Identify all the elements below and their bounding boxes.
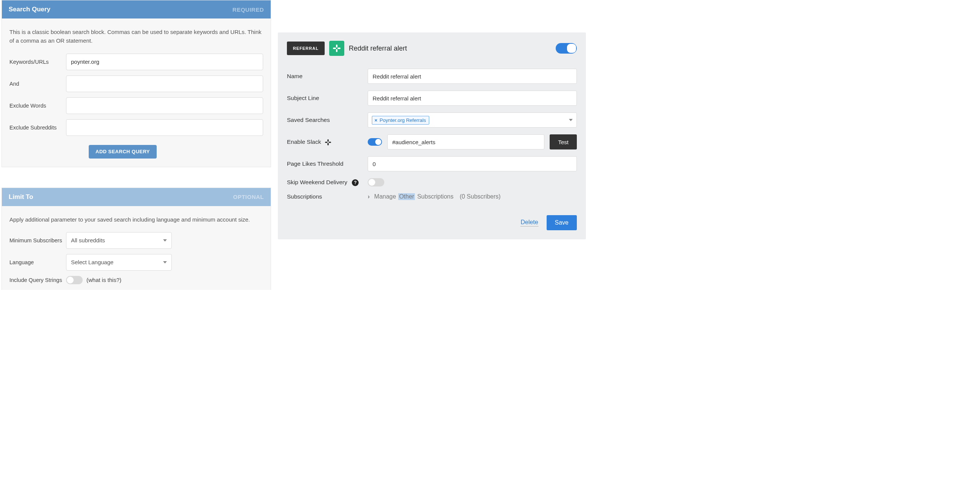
keywords-input[interactable] bbox=[66, 54, 263, 70]
threshold-input[interactable] bbox=[368, 156, 577, 172]
saved-searches-label: Saved Searches bbox=[287, 117, 363, 124]
optional-tag: OPTIONAL bbox=[233, 194, 264, 200]
language-select[interactable]: Select Language bbox=[66, 254, 172, 271]
referral-badge: REFERRAL bbox=[287, 41, 325, 55]
slack-icon bbox=[329, 41, 344, 56]
include-query-strings-label: Include Query Strings bbox=[10, 277, 66, 283]
search-query-description: This is a classic boolean search block. … bbox=[10, 27, 263, 45]
slack-icon bbox=[325, 139, 331, 145]
subscriptions-highlight: Other bbox=[398, 193, 415, 200]
saved-search-chip[interactable]: × Poynter.org Referrals bbox=[372, 116, 429, 125]
save-button[interactable]: Save bbox=[547, 215, 577, 230]
chip-remove-icon[interactable]: × bbox=[374, 118, 377, 123]
search-query-panel: Search Query REQUIRED This is a classic … bbox=[2, 0, 271, 167]
chevron-down-icon bbox=[569, 119, 573, 121]
keywords-label: Keywords/URLs bbox=[10, 59, 66, 65]
name-label: Name bbox=[287, 73, 363, 79]
subject-line-input[interactable] bbox=[368, 91, 577, 106]
delete-link[interactable]: Delete bbox=[520, 219, 538, 226]
svg-rect-4 bbox=[327, 139, 328, 141]
alert-enabled-toggle[interactable] bbox=[556, 43, 577, 54]
svg-rect-5 bbox=[327, 143, 328, 145]
include-query-strings-toggle[interactable] bbox=[66, 276, 83, 284]
min-subscribers-value: All subreddits bbox=[71, 237, 105, 243]
exclude-words-label: Exclude Words bbox=[10, 103, 66, 109]
svg-rect-1 bbox=[336, 49, 337, 52]
svg-rect-6 bbox=[325, 141, 327, 143]
slack-channel-input[interactable] bbox=[387, 134, 544, 149]
threshold-label: Page Likes Threshold bbox=[287, 161, 363, 167]
svg-rect-3 bbox=[337, 48, 340, 49]
chevron-down-icon bbox=[163, 239, 167, 242]
and-input[interactable] bbox=[66, 75, 263, 92]
help-icon[interactable]: ? bbox=[352, 179, 359, 186]
skip-weekend-toggle[interactable] bbox=[368, 178, 384, 186]
chevron-down-icon bbox=[163, 261, 167, 264]
add-search-query-button[interactable]: ADD SEARCH QUERY bbox=[89, 145, 157, 159]
subscriptions-label: Subscriptions bbox=[287, 193, 363, 200]
saved-searches-select[interactable]: × Poynter.org Referrals bbox=[368, 113, 577, 127]
limit-to-description: Apply additional parameter to your saved… bbox=[10, 215, 263, 224]
svg-rect-2 bbox=[333, 48, 336, 49]
min-subscribers-label: Minimum Subscribers bbox=[10, 237, 66, 243]
name-input[interactable] bbox=[368, 69, 577, 84]
required-tag: REQUIRED bbox=[232, 6, 264, 13]
limit-to-header: Limit To OPTIONAL bbox=[2, 188, 270, 206]
language-label: Language bbox=[10, 259, 66, 265]
exclude-subreddits-input[interactable] bbox=[66, 119, 263, 136]
min-subscribers-select[interactable]: All subreddits bbox=[66, 232, 172, 249]
search-query-header: Search Query REQUIRED bbox=[2, 0, 270, 19]
alert-title: Reddit referral alert bbox=[349, 44, 551, 52]
subject-line-label: Subject Line bbox=[287, 95, 363, 102]
what-is-this-link[interactable]: (what is this?) bbox=[86, 277, 122, 283]
skip-weekend-label: Skip Weekend Delivery ? bbox=[287, 179, 363, 186]
enable-slack-label: Enable Slack bbox=[287, 138, 363, 145]
and-label: And bbox=[10, 81, 66, 87]
alert-panel: REFERRAL Reddit referral alert Name Subj… bbox=[278, 32, 586, 239]
language-value: Select Language bbox=[71, 259, 114, 265]
manage-subscriptions-link[interactable]: › Manage Other Subscriptions (0 Subscrib… bbox=[368, 193, 501, 200]
chip-label: Poynter.org Referrals bbox=[380, 118, 426, 123]
svg-rect-7 bbox=[328, 141, 331, 143]
exclude-subreddits-label: Exclude Subreddits bbox=[10, 125, 66, 130]
search-query-title: Search Query bbox=[9, 6, 51, 13]
chevron-right-icon: › bbox=[368, 193, 369, 200]
exclude-words-input[interactable] bbox=[66, 97, 263, 114]
subscribers-count: (0 Subscribers) bbox=[460, 193, 501, 200]
limit-to-title: Limit To bbox=[9, 193, 33, 201]
test-button[interactable]: Test bbox=[550, 134, 577, 149]
svg-rect-0 bbox=[336, 44, 337, 48]
limit-to-panel: Limit To OPTIONAL Apply additional param… bbox=[2, 188, 271, 290]
enable-slack-toggle[interactable] bbox=[368, 138, 382, 146]
